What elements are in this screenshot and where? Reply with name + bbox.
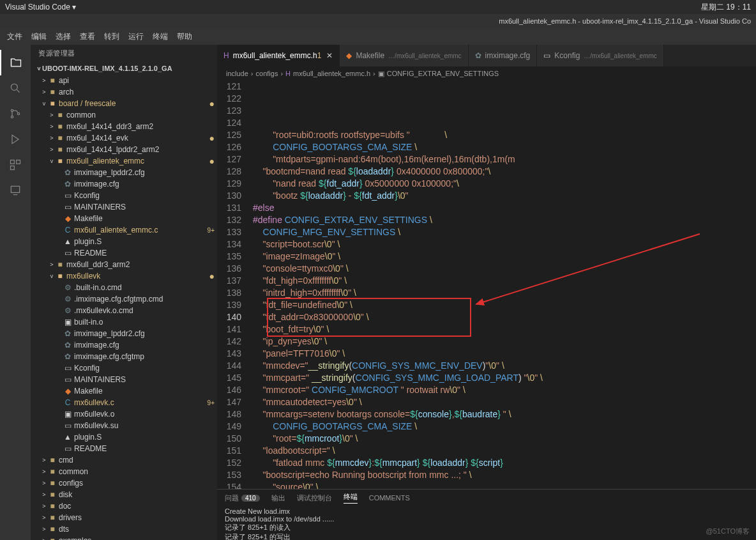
file-icon: ✿ <box>63 341 73 350</box>
remote-icon[interactable] <box>0 178 31 203</box>
folder-row[interactable]: >■examples <box>31 535 217 540</box>
file-icon: ■ <box>47 502 57 511</box>
code-source[interactable]: "root=ubi0:rootfs rootfstype=ubifs " \ C… <box>253 81 756 489</box>
watermark: @51CTO博客 <box>706 527 750 536</box>
file-row[interactable]: ▣mx6ullevk.o <box>31 408 217 420</box>
file-label: configs <box>59 479 83 488</box>
folder-row[interactable]: v■mx6ull_alientek_emmc● <box>31 155 217 167</box>
file-row[interactable]: Cmx6ull_alientek_emmc.c9+ <box>31 224 217 236</box>
file-label: imximage.cfg.cfgtmp <box>74 352 144 361</box>
breadcrumb-item[interactable]: configs <box>256 70 278 77</box>
file-row[interactable]: ▲plugin.S <box>31 431 217 443</box>
editor-tab[interactable]: ✿imximage.cfg <box>469 45 538 66</box>
tab-terminal[interactable]: 终端 <box>344 492 358 504</box>
file-row[interactable]: ⚙.built-in.o.cmd <box>31 282 217 293</box>
folder-row[interactable]: >■mx6ull_ddr3_arm2 <box>31 259 217 270</box>
menu-view[interactable]: 查看 <box>75 31 100 42</box>
file-icon: ■ <box>55 134 65 143</box>
breadcrumb-item[interactable]: mx6ull_alientek_emmc.h <box>293 70 370 77</box>
menu-file[interactable]: 文件 <box>3 31 27 42</box>
file-row[interactable]: ◆Makefile <box>31 213 217 224</box>
folder-row[interactable]: >■doc <box>31 500 217 512</box>
terminal-output[interactable]: Create New load.imxDownload load.imx to … <box>217 506 756 540</box>
file-row[interactable]: ◆Makefile <box>31 385 217 397</box>
file-row[interactable]: ▭README <box>31 247 217 259</box>
code-editor[interactable]: 1211221231241251261271281291301311321331… <box>217 81 756 489</box>
file-row[interactable]: ✿imximage.cfg <box>31 339 217 351</box>
folder-row[interactable]: >■mx6ul_14x14_evk● <box>31 132 217 144</box>
file-icon: ▭ <box>63 191 73 200</box>
source-control-icon[interactable] <box>0 101 31 127</box>
file-row[interactable]: ▭MAINTAINERS <box>31 374 217 385</box>
file-row[interactable]: ▲plugin.S <box>31 236 217 247</box>
folder-row[interactable]: >■cmd <box>31 454 217 466</box>
menu-help[interactable]: 帮助 <box>172 31 197 42</box>
file-row[interactable]: ✿imximage.cfg <box>31 178 217 190</box>
editor-tab[interactable]: ▭Kconfig…/mx6ull_alientek_emmc <box>537 45 664 66</box>
project-header[interactable]: v UBOOT-IMX-REL_IMX_4.1.15_2.1.0_GA <box>31 62 217 75</box>
file-row[interactable]: ▭MAINTAINERS <box>31 201 217 213</box>
tab-file-icon: ◆ <box>346 51 352 60</box>
tab-problems[interactable]: 问题410 <box>225 493 260 503</box>
file-row[interactable]: ✿imximage.cfg.cfgtmp <box>31 351 217 362</box>
file-row[interactable]: ▭Kconfig <box>31 362 217 374</box>
folder-row[interactable]: >■api <box>31 75 217 86</box>
folder-row[interactable]: >■disk <box>31 489 217 500</box>
file-label: arch <box>59 88 73 96</box>
close-icon[interactable]: ✕ <box>326 51 333 60</box>
file-row[interactable]: ▣built-in.o <box>31 316 217 328</box>
editor-tab[interactable]: ◆Makefile…/mx6ull_alientek_emmc <box>340 45 468 66</box>
file-tree[interactable]: >■api>■archv■board / freescale●>■common>… <box>31 75 217 540</box>
folder-row[interactable]: >■arch <box>31 86 217 98</box>
tab-output[interactable]: 输出 <box>271 493 285 503</box>
file-row[interactable]: ▭mx6ullevk.su <box>31 420 217 431</box>
file-row[interactable]: ✿imximage_lpddr2.cfg <box>31 167 217 178</box>
folder-row[interactable]: v■mx6ullevk● <box>31 270 217 282</box>
menu-select[interactable]: 选择 <box>51 31 75 42</box>
file-row[interactable]: ▭Kconfig <box>31 190 217 201</box>
file-row[interactable]: ✿imximage_lpddr2.cfg <box>31 328 217 339</box>
app-menu[interactable]: Visual Studio Code ▾ <box>5 3 76 12</box>
folder-row[interactable]: >■configs <box>31 477 217 489</box>
tab-comments[interactable]: COMMENTS <box>369 494 410 502</box>
file-label: mx6ull_alientek_emmc.c <box>74 226 158 235</box>
file-label: imximage.cfg <box>74 341 119 350</box>
breadcrumb-item[interactable]: CONFIG_EXTRA_ENV_SETTINGS <box>387 70 499 77</box>
menu-run[interactable]: 运行 <box>124 31 148 42</box>
chevron-icon: > <box>41 526 47 532</box>
breadcrumb-item[interactable]: include <box>226 70 248 77</box>
editor-tabs: Hmx6ull_alientek_emmc.h 1✕◆Makefile…/mx6… <box>217 45 756 66</box>
explorer-icon[interactable] <box>0 50 31 75</box>
chevron-icon: > <box>41 89 47 95</box>
file-row[interactable]: Cmx6ullevk.c9+ <box>31 397 217 408</box>
line-gutter: 1211221231241251261271281291301311321331… <box>217 81 253 489</box>
tab-debug[interactable]: 调试控制台 <box>297 493 332 503</box>
chevron-icon: > <box>41 491 47 498</box>
search-icon[interactable] <box>0 75 31 101</box>
menu-goto[interactable]: 转到 <box>100 31 124 42</box>
file-icon: ▭ <box>63 203 73 212</box>
menu-edit[interactable]: 编辑 <box>27 31 51 42</box>
folder-row[interactable]: >■dts <box>31 523 217 535</box>
folder-row[interactable]: >■mx6ul_14x14_lpddr2_arm2 <box>31 144 217 155</box>
editor-tab[interactable]: Hmx6ull_alientek_emmc.h 1✕ <box>217 45 340 66</box>
folder-row[interactable]: >■drivers <box>31 512 217 523</box>
debug-icon[interactable] <box>0 127 31 152</box>
chevron-icon: > <box>49 112 55 118</box>
menu-terminal[interactable]: 终端 <box>148 31 172 42</box>
folder-row[interactable]: >■common <box>31 466 217 477</box>
file-row[interactable]: ⚙.mx6ullevk.o.cmd <box>31 305 217 316</box>
folder-row[interactable]: v■board / freescale● <box>31 98 217 109</box>
file-label: mx6ul_14x14_ddr3_arm2 <box>66 122 153 131</box>
chevron-icon: > <box>49 146 55 153</box>
h-file-icon: H <box>285 70 291 77</box>
extensions-icon[interactable] <box>0 152 31 178</box>
chevron-icon: > <box>41 468 47 475</box>
file-row[interactable]: ⚙.imximage.cfg.cfgtmp.cmd <box>31 293 217 305</box>
svg-point-1 <box>11 109 13 111</box>
breadcrumb[interactable]: include › configs › H mx6ull_alientek_em… <box>217 66 756 81</box>
folder-row[interactable]: >■mx6ul_14x14_ddr3_arm2 <box>31 121 217 132</box>
file-row[interactable]: ▭README <box>31 443 217 454</box>
folder-row[interactable]: >■common <box>31 109 217 121</box>
svg-rect-5 <box>17 160 20 164</box>
